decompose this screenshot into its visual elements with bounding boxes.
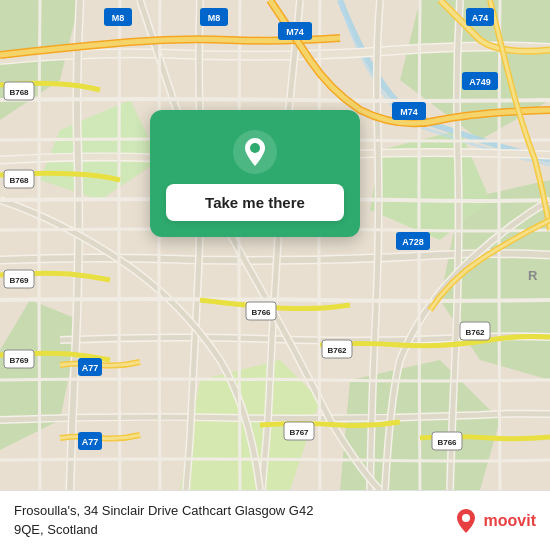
svg-text:B762: B762: [465, 328, 485, 337]
svg-text:M74: M74: [400, 107, 418, 117]
take-me-there-button[interactable]: Take me there: [166, 184, 344, 221]
svg-text:B762: B762: [327, 346, 347, 355]
bottom-bar: Frosoulla's, 34 Sinclair Drive Cathcart …: [0, 490, 550, 550]
svg-text:M74: M74: [286, 27, 304, 37]
svg-text:B766: B766: [251, 308, 271, 317]
svg-text:B768: B768: [9, 176, 29, 185]
svg-text:R: R: [528, 268, 538, 283]
svg-text:A77: A77: [82, 363, 99, 373]
moovit-logo: moovit: [452, 507, 536, 535]
svg-text:M8: M8: [112, 13, 125, 23]
svg-text:B768: B768: [9, 88, 29, 97]
svg-text:A74: A74: [472, 13, 489, 23]
svg-point-48: [462, 514, 470, 522]
location-pin-icon: [233, 130, 277, 174]
svg-text:B769: B769: [9, 276, 29, 285]
svg-text:A77: A77: [82, 437, 99, 447]
svg-text:M8: M8: [208, 13, 221, 23]
moovit-text: moovit: [484, 512, 536, 530]
address-line2: 9QE, Scotland: [14, 522, 98, 537]
svg-text:A728: A728: [402, 237, 424, 247]
svg-text:A749: A749: [469, 77, 491, 87]
svg-text:B766: B766: [437, 438, 457, 447]
map-container: M8 M8 M74 M74 A74 A749 B768 B768 B769 B7…: [0, 0, 550, 490]
svg-point-47: [250, 143, 260, 153]
svg-text:B769: B769: [9, 356, 29, 365]
moovit-icon: [452, 507, 480, 535]
address-text: Frosoulla's, 34 Sinclair Drive Cathcart …: [14, 502, 442, 538]
svg-text:B767: B767: [289, 428, 309, 437]
popup-card: Take me there: [150, 110, 360, 237]
map-svg: M8 M8 M74 M74 A74 A749 B768 B768 B769 B7…: [0, 0, 550, 490]
address-line: Frosoulla's, 34 Sinclair Drive Cathcart …: [14, 503, 313, 518]
